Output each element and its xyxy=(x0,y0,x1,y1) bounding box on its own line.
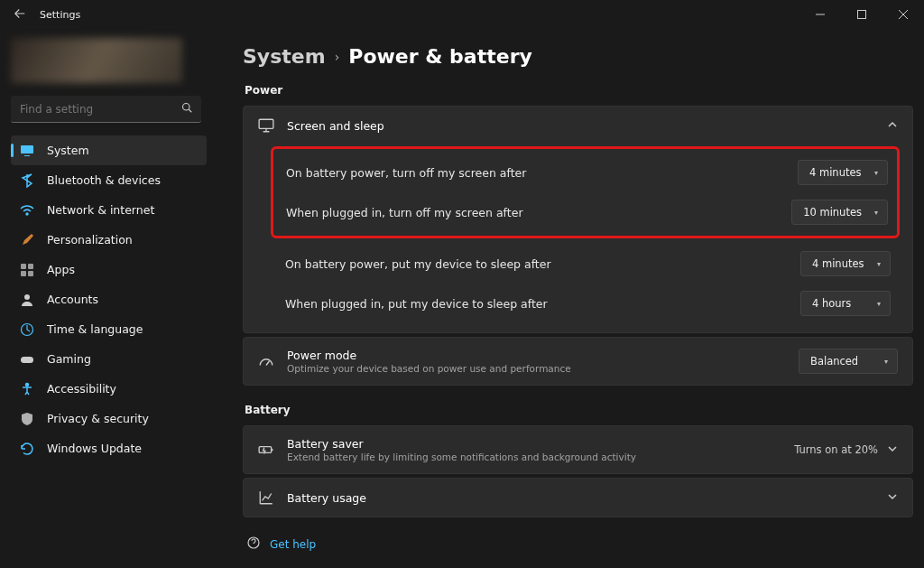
dropdown-value: 4 minutes xyxy=(812,257,864,270)
monitor-icon xyxy=(258,117,274,134)
svg-rect-5 xyxy=(21,264,26,269)
nav-list: System Bluetooth & devices Network & int… xyxy=(11,135,207,463)
card-subtitle: Optimize your device based on power use … xyxy=(287,363,571,374)
sidebar-item-bluetooth[interactable]: Bluetooth & devices xyxy=(11,165,207,195)
row-label: On battery power, put my device to sleep… xyxy=(285,257,551,271)
system-icon xyxy=(20,144,34,158)
user-account-block[interactable] xyxy=(11,38,182,83)
dropdown-plugged-screen-off[interactable]: 10 minutes ▾ xyxy=(791,200,888,225)
brush-icon xyxy=(20,233,34,247)
gamepad-icon xyxy=(20,352,34,367)
chevron-down-icon: ▾ xyxy=(877,260,881,268)
get-help-row: Get help xyxy=(243,521,913,553)
sidebar-item-label: Time & language xyxy=(47,322,143,336)
sidebar-item-label: Privacy & security xyxy=(47,412,149,425)
minimize-button[interactable] xyxy=(799,0,841,29)
card-title: Battery saver xyxy=(287,437,636,451)
chevron-down-icon: ▾ xyxy=(884,358,888,366)
person-icon xyxy=(20,293,34,307)
sidebar-item-accessibility[interactable]: Accessibility xyxy=(11,374,207,404)
section-power-heading: Power xyxy=(245,84,913,97)
battery-saver-card[interactable]: Battery saver Extend battery life by lim… xyxy=(243,425,913,474)
search-box[interactable] xyxy=(11,96,201,123)
sidebar: System Bluetooth & devices Network & int… xyxy=(0,29,212,568)
sidebar-item-label: Bluetooth & devices xyxy=(47,173,161,187)
sidebar-item-label: Gaming xyxy=(47,352,91,366)
battery-usage-card[interactable]: Battery usage xyxy=(243,478,913,517)
chevron-down-icon xyxy=(887,491,898,505)
close-button[interactable] xyxy=(882,0,924,29)
screen-and-sleep-header[interactable]: Screen and sleep xyxy=(244,107,912,144)
svg-point-9 xyxy=(24,294,30,300)
sidebar-item-network[interactable]: Network & internet xyxy=(11,195,207,225)
sidebar-item-label: System xyxy=(47,144,89,157)
bluetooth-icon xyxy=(20,173,34,188)
update-icon xyxy=(20,442,34,456)
row-label: When plugged in, put my device to sleep … xyxy=(285,297,548,311)
dropdown-power-mode[interactable]: Balanced ▾ xyxy=(799,349,898,374)
breadcrumb: System › Power & battery xyxy=(243,45,913,68)
globe-clock-icon xyxy=(20,322,34,337)
sidebar-item-label: Personalization xyxy=(47,233,133,247)
card-title: Power mode xyxy=(287,349,571,362)
maximize-button[interactable] xyxy=(841,0,882,29)
dropdown-battery-screen-off[interactable]: 4 minutes ▾ xyxy=(798,160,888,185)
battery-saver-icon xyxy=(258,442,274,458)
svg-rect-8 xyxy=(28,271,33,276)
back-button[interactable] xyxy=(14,8,27,22)
chevron-up-icon xyxy=(887,119,898,133)
sidebar-item-apps[interactable]: Apps xyxy=(11,255,207,284)
svg-rect-2 xyxy=(21,145,33,154)
row-battery-sleep: On battery power, put my device to sleep… xyxy=(256,244,900,284)
sidebar-item-gaming[interactable]: Gaming xyxy=(11,344,207,374)
sidebar-item-label: Windows Update xyxy=(47,442,142,455)
sidebar-item-system[interactable]: System xyxy=(11,135,207,165)
sidebar-item-personalization[interactable]: Personalization xyxy=(11,225,207,255)
sidebar-item-privacy[interactable]: Privacy & security xyxy=(11,404,207,433)
window-title: Settings xyxy=(40,9,80,21)
chevron-down-icon: ▾ xyxy=(874,169,878,177)
section-battery-heading: Battery xyxy=(245,404,913,416)
gauge-icon xyxy=(258,353,274,369)
dropdown-value: 10 minutes xyxy=(803,206,862,219)
sidebar-item-label: Accessibility xyxy=(47,382,116,396)
power-mode-card: Power mode Optimize your device based on… xyxy=(243,337,913,386)
svg-rect-7 xyxy=(21,271,26,276)
chevron-down-icon: ▾ xyxy=(877,300,881,308)
row-battery-screen-off: On battery power, turn off my screen aft… xyxy=(279,153,892,192)
dropdown-battery-sleep[interactable]: 4 minutes ▾ xyxy=(800,251,891,276)
accessibility-icon xyxy=(20,382,34,396)
card-title: Screen and sleep xyxy=(287,119,384,133)
svg-point-1 xyxy=(183,104,190,111)
battery-saver-value: Turns on at 20% xyxy=(794,443,878,456)
card-title: Battery usage xyxy=(287,491,366,505)
svg-rect-13 xyxy=(259,119,273,128)
highlight-annotation-box: On battery power, turn off my screen aft… xyxy=(271,146,900,238)
titlebar: Settings xyxy=(0,0,924,29)
row-label: When plugged in, turn off my screen afte… xyxy=(286,206,523,219)
breadcrumb-parent[interactable]: System xyxy=(243,45,326,68)
page-title: Power & battery xyxy=(348,45,532,68)
search-input[interactable] xyxy=(20,103,181,116)
row-plugged-screen-off: When plugged in, turn off my screen afte… xyxy=(279,192,892,232)
dropdown-plugged-sleep[interactable]: 4 hours ▾ xyxy=(800,291,891,316)
search-icon xyxy=(181,102,192,116)
chart-icon xyxy=(258,489,274,506)
get-help-link[interactable]: Get help xyxy=(270,538,316,551)
chevron-right-icon: › xyxy=(335,50,340,64)
row-plugged-sleep: When plugged in, put my device to sleep … xyxy=(256,284,900,323)
help-icon xyxy=(246,535,261,553)
sidebar-item-accounts[interactable]: Accounts xyxy=(11,284,207,314)
svg-point-12 xyxy=(26,383,29,386)
chevron-down-icon xyxy=(887,443,898,457)
main-content: System › Power & battery Power Screen an… xyxy=(212,29,924,568)
sidebar-item-time-language[interactable]: Time & language xyxy=(11,314,207,344)
shield-icon xyxy=(20,412,34,426)
power-mode-row: Power mode Optimize your device based on… xyxy=(244,338,912,385)
screen-and-sleep-card: Screen and sleep On battery power, turn … xyxy=(243,106,913,333)
card-subtitle: Extend battery life by limiting some not… xyxy=(287,452,636,462)
sidebar-item-label: Network & internet xyxy=(47,203,154,217)
apps-icon xyxy=(20,263,34,277)
sidebar-item-windows-update[interactable]: Windows Update xyxy=(11,433,207,463)
dropdown-value: 4 hours xyxy=(812,297,851,310)
